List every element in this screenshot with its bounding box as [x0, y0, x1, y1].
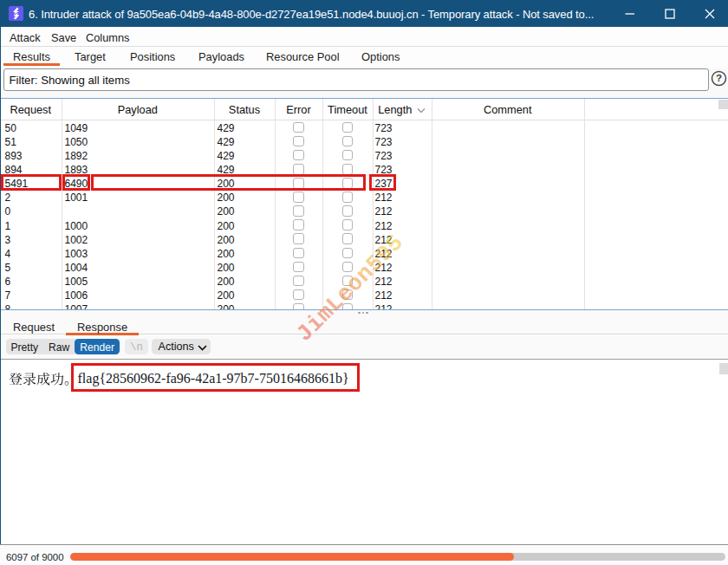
error-checkbox[interactable]	[293, 192, 304, 203]
cell-request: 51	[5, 136, 16, 148]
error-checkbox[interactable]	[293, 276, 304, 287]
filter-bar[interactable]: Filter: Showing all items	[3, 68, 709, 91]
timeout-checkbox[interactable]	[342, 276, 354, 287]
timeout-checkbox[interactable]	[342, 219, 354, 231]
close-button[interactable]	[690, 0, 728, 27]
column-header-comment[interactable]: Comment	[432, 103, 585, 116]
minimize-button[interactable]	[610, 0, 649, 27]
error-checkbox[interactable]	[293, 289, 304, 301]
table-row[interactable]: 31002200212	[0, 232, 728, 246]
timeout-checkbox[interactable]	[342, 122, 354, 133]
timeout-checkbox[interactable]	[342, 150, 354, 161]
editor-tab-response[interactable]: Response	[66, 315, 139, 336]
error-checkbox[interactable]	[293, 233, 304, 244]
splitter-handle[interactable]	[358, 311, 371, 315]
table-row[interactable]: 501049429723	[0, 121, 728, 135]
table-row[interactable]: 8931892429723	[0, 149, 728, 163]
mode-button-pretty[interactable]: Pretty	[6, 339, 44, 355]
maximize-button[interactable]	[650, 0, 689, 27]
cell-request: 50	[5, 122, 16, 134]
help-button[interactable]: ?	[711, 70, 727, 87]
timeout-checkbox[interactable]	[342, 262, 354, 273]
window-frame-left	[0, 0, 1, 544]
menu-columns[interactable]: Columns	[86, 31, 130, 44]
burp-intruder-icon	[9, 6, 23, 21]
svg-text:?: ?	[716, 73, 722, 83]
table-row[interactable]: 81007200212	[0, 302, 728, 310]
newline-toggle-button[interactable]: \n	[125, 339, 148, 355]
table-row[interactable]: 71006200212	[0, 289, 728, 302]
timeout-checkbox[interactable]	[342, 205, 354, 217]
tab-options[interactable]: Options	[352, 48, 409, 66]
column-separator	[584, 99, 585, 310]
mode-button-render[interactable]: Render	[75, 339, 120, 355]
cell-status: 200	[218, 205, 235, 218]
error-checkbox[interactable]	[293, 219, 304, 231]
column-separator	[322, 99, 323, 310]
timeout-checkbox[interactable]	[342, 192, 354, 203]
actions-button[interactable]: Actions	[152, 339, 211, 355]
annotation-box-status	[91, 174, 367, 190]
error-checkbox[interactable]	[293, 262, 304, 273]
column-separator	[214, 99, 215, 310]
timeout-checkbox[interactable]	[342, 248, 354, 259]
cell-status: 200	[218, 192, 235, 204]
table-row[interactable]: 51004200212	[0, 261, 728, 275]
response-scrollbar-thumb[interactable]	[719, 363, 728, 374]
column-separator	[432, 99, 432, 310]
cell-status: 200	[218, 303, 235, 309]
error-checkbox[interactable]	[293, 122, 304, 133]
cell-length: 723	[375, 136, 393, 148]
cell-payload: 1004	[65, 262, 88, 274]
table-row[interactable]: 511050429723	[0, 135, 728, 149]
column-header-label: Error	[286, 103, 310, 116]
timeout-checkbox[interactable]	[342, 289, 354, 301]
column-header-timeout[interactable]: Timeout	[322, 103, 373, 116]
maximize-icon	[665, 9, 675, 19]
error-checkbox[interactable]	[293, 248, 304, 259]
menu-save[interactable]: Save	[51, 31, 76, 44]
cell-status: 200	[218, 220, 235, 232]
progress-bar-fill	[70, 553, 515, 561]
column-header-status[interactable]: Status	[214, 103, 275, 116]
column-header-request[interactable]: Request	[0, 103, 62, 116]
timeout-checkbox[interactable]	[342, 164, 354, 175]
tab-payloads[interactable]: Payloads	[189, 48, 254, 66]
tab-results[interactable]: Results	[3, 48, 60, 66]
tab-positions[interactable]: Positions	[120, 48, 185, 66]
tab-target[interactable]: Target	[65, 48, 115, 66]
cell-request: 7	[5, 289, 11, 302]
error-checkbox[interactable]	[293, 164, 304, 175]
table-row[interactable]: 0200212	[0, 205, 728, 218]
cell-status: 200	[218, 234, 235, 246]
cell-length: 212	[375, 303, 393, 309]
table-row[interactable]: 61005200212	[0, 275, 728, 289]
editor-tab-request[interactable]: Request	[2, 315, 66, 336]
cell-length: 723	[375, 122, 393, 134]
cell-request: 0	[5, 205, 11, 218]
table-row[interactable]: 21001200212	[0, 191, 728, 205]
tab-resource-pool[interactable]: Resource Pool	[257, 48, 349, 66]
error-checkbox[interactable]	[293, 303, 304, 310]
column-header-error[interactable]: Error	[275, 103, 322, 116]
timeout-checkbox[interactable]	[342, 303, 354, 310]
column-header-payload[interactable]: Payload	[62, 103, 215, 116]
table-scrollbar-thumb[interactable]	[718, 100, 728, 109]
table-row[interactable]: 41003200212	[0, 246, 728, 260]
cell-request: 4	[5, 248, 11, 260]
editor-toolbar: PrettyRawRender \n Actions	[0, 335, 728, 360]
menu-attack[interactable]: Attack	[10, 31, 41, 44]
column-header-length[interactable]: Length	[373, 103, 432, 116]
timeout-checkbox[interactable]	[342, 136, 354, 147]
splitter-dot	[366, 312, 368, 315]
column-separator	[275, 99, 276, 310]
mode-button-raw[interactable]: Raw	[43, 339, 75, 355]
column-separator	[62, 99, 62, 310]
cell-payload: 1003	[65, 248, 88, 260]
error-checkbox[interactable]	[293, 150, 304, 161]
timeout-checkbox[interactable]	[342, 233, 354, 244]
error-checkbox[interactable]	[293, 205, 304, 217]
error-checkbox[interactable]	[293, 136, 304, 147]
table-row[interactable]: 11000200212	[0, 218, 728, 232]
cell-length: 723	[375, 150, 393, 162]
